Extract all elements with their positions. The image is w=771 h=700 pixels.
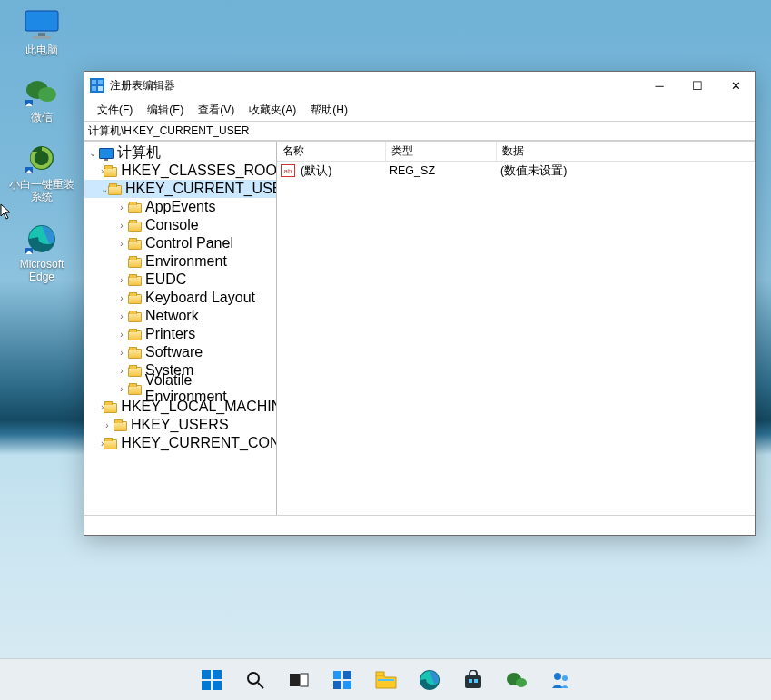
tree-label: Keyboard Layout [145,290,255,306]
desktop-icon-wechat[interactable]: 微信 [5,74,78,123]
tree-twisty-icon[interactable]: › [115,293,128,303]
address-bar[interactable]: 计算机\HKEY_CURRENT_USER [84,121,755,141]
widgets-button[interactable] [324,663,361,697]
folder-icon [128,258,142,268]
wechat-button[interactable] [499,663,535,697]
tree-pane[interactable]: ⌄计算机›HKEY_CLASSES_ROOT⌄HKEY_CURRENT_USER… [84,142,277,515]
desktop-icon-this-pc[interactable]: 此电脑 [5,7,78,56]
svg-point-35 [516,678,527,687]
menu-help[interactable]: 帮助(H) [303,101,355,120]
explorer-button[interactable] [368,663,404,697]
svg-point-36 [554,673,561,680]
tree-root[interactable]: ⌄计算机 [84,143,276,162]
desktop-icon-label: 小白一键重装系统 [5,178,78,203]
folder-icon [108,185,122,195]
tree-label: HKEY_CLASSES_ROOT [121,163,277,179]
tree-twisty-icon[interactable]: › [115,239,128,249]
tree-label: Software [145,344,203,360]
tree-hive[interactable]: ›HKEY_CLASSES_ROOT [84,162,276,180]
svg-point-20 [248,673,259,684]
menu-fav[interactable]: 收藏夹(A) [242,101,303,120]
tree-twisty-icon[interactable]: ⌄ [86,148,99,158]
folder-icon [114,421,127,431]
tree-label: Environment [145,253,227,270]
edge-icon [419,669,440,691]
close-button[interactable]: ✕ [717,73,755,98]
folder-icon [128,222,142,232]
tree-key[interactable]: ›Console [84,216,276,234]
edge-icon [24,222,60,255]
string-value-icon: ab [281,164,295,177]
tree-twisty-icon[interactable]: › [115,384,128,394]
value-name: (默认) [299,163,388,179]
tree-label: Network [145,308,199,324]
tree-twisty-icon[interactable]: › [115,275,128,285]
start-button[interactable] [193,663,230,697]
folder-icon [128,203,142,213]
wechat-icon [506,671,528,689]
tree-hive[interactable]: ⌄HKEY_CURRENT_USER [84,180,276,198]
tree-key[interactable]: ›Keyboard Layout [84,289,276,307]
list-body[interactable]: ab(默认)REG_SZ(数值未设置) [277,162,755,180]
tree-twisty-icon[interactable]: › [101,420,114,430]
tree-hive[interactable]: ›HKEY_USERS [84,416,276,434]
reinstall-icon [24,143,60,174]
desktop-icon-reinstall[interactable]: 小白一键重装系统 [5,142,78,203]
tree-hive[interactable]: ›HKEY_LOCAL_MACHINE [84,398,276,416]
tree-twisty-icon[interactable]: › [115,202,128,212]
tree-label: Printers [145,326,195,342]
tree-twisty-icon[interactable]: › [115,366,128,376]
col-data[interactable]: 数据 [497,142,755,161]
svg-rect-31 [465,675,481,688]
value-data: (数值未设置) [499,163,567,179]
desktop: 此电脑 微信 小白一键重装系统 Microsoft Edge 注册表编辑器 [0,0,771,700]
value-row[interactable]: ab(默认)REG_SZ(数值未设置) [277,162,755,180]
menu-file[interactable]: 文件(F) [90,101,140,120]
svg-rect-17 [213,670,222,679]
tree-key[interactable]: ›Software [84,343,276,361]
menu-edit[interactable]: 编辑(E) [140,101,191,120]
menu-view[interactable]: 查看(V) [191,101,242,120]
store-button[interactable] [455,663,491,697]
tree-key[interactable]: ›AppEvents [84,198,276,216]
tree-label: Console [145,217,199,233]
svg-rect-24 [333,671,341,679]
col-name[interactable]: 名称 [277,142,386,161]
taskview-button[interactable] [281,663,317,697]
svg-point-4 [38,87,56,102]
svg-rect-13 [98,80,103,84]
edge-button[interactable] [411,663,448,697]
tree-label: AppEvents [145,199,215,215]
desktop-icon-edge[interactable]: Microsoft Edge [5,222,78,283]
maximize-button[interactable]: ☐ [678,73,717,98]
statusbar [84,515,755,535]
tree-key[interactable]: ›Control Panel [84,234,276,252]
search-button[interactable] [237,663,273,697]
tree-twisty-icon[interactable]: › [115,311,128,321]
tree-hive[interactable]: ›HKEY_CURRENT_CONFIG [84,434,276,452]
svg-rect-16 [202,670,211,679]
col-type[interactable]: 类型 [386,142,497,161]
tree-key[interactable]: ›Network [84,307,276,325]
window-title: 注册表编辑器 [110,78,640,94]
svg-rect-18 [202,681,211,690]
svg-rect-29 [378,679,394,681]
tree-twisty-icon[interactable]: › [115,221,128,231]
tree-label: HKEY_CURRENT_USER [125,181,277,197]
folder-icon [375,671,397,689]
tree-twisty-icon[interactable]: › [115,330,128,340]
desktop-icon-label: 微信 [31,111,53,123]
tree-label: HKEY_CURRENT_CONFIG [121,435,277,451]
minimize-button[interactable]: ─ [640,73,678,98]
svg-rect-19 [213,681,222,690]
tree-key[interactable]: ›EUDC [84,271,276,289]
tree-twisty-icon[interactable]: ⌄ [101,184,108,194]
tree-key[interactable]: ›Environment [84,252,276,271]
teams-button[interactable] [542,663,578,697]
values-pane: 名称 类型 数据 ab(默认)REG_SZ(数值未设置) [277,142,755,515]
tree-key[interactable]: ›Volatile Environment [84,380,276,398]
titlebar[interactable]: 注册表编辑器 ─ ☐ ✕ [84,72,755,99]
tree-key[interactable]: ›Printers [84,325,276,343]
tree-label: HKEY_USERS [131,417,229,433]
tree-twisty-icon[interactable]: › [115,348,128,358]
